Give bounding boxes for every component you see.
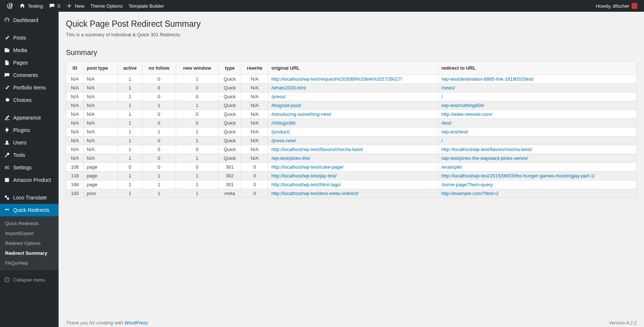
comments-link[interactable]: 0: [46, 0, 63, 12]
sidebar-item-loco[interactable]: Loco Translate: [0, 191, 59, 204]
table-cell: http://localhost/wp-test/flavors/chocha-…: [268, 145, 438, 154]
sidebar-item-settings[interactable]: Settings: [0, 161, 59, 174]
sidebar-item-appearance[interactable]: Appearance: [0, 111, 59, 124]
svg-rect-0: [5, 178, 9, 182]
table-cell: 1: [176, 189, 218, 198]
admin-bar: Testing 0 New Theme Options Template Bui…: [0, 0, 644, 12]
table-cell: Quick: [218, 154, 241, 163]
new-link[interactable]: New: [63, 0, 87, 12]
table-row: N/AN/A100QuickN/Ahttp://localhost/wp-tes…: [66, 145, 637, 154]
table-cell: 0: [142, 154, 176, 163]
table-header: ID: [66, 62, 84, 75]
sidebar-item-users[interactable]: Users: [0, 136, 59, 149]
table-cell: N/A: [66, 119, 84, 128]
table-row: N/AN/A101QuickN/A/press-new//: [66, 136, 637, 145]
brush-icon: [4, 114, 10, 121]
table-cell: http://localhost/wp-test/request%203068%…: [268, 75, 438, 84]
table-cell: 1: [142, 172, 176, 180]
submenu-import-export[interactable]: Import/Export: [0, 228, 59, 238]
wordpress-icon: [7, 3, 13, 9]
table-cell: 1: [142, 189, 176, 198]
sliders-icon: [4, 164, 10, 171]
table-cell: N/A: [66, 136, 84, 145]
sidebar-item-portfolio[interactable]: Portfolio Items: [0, 81, 59, 94]
howdy-link[interactable]: Howdy, dfischer: [593, 0, 640, 12]
site-name: Testing: [28, 3, 43, 9]
collapse-icon: [4, 276, 10, 283]
sidebar-item-quick-redirects[interactable]: Quick Redirects: [0, 204, 59, 216]
collapse-menu[interactable]: Collapse menu: [0, 273, 59, 286]
table-cell: N/A: [241, 110, 268, 119]
table-cell: N/A: [66, 110, 84, 119]
table-cell: 0: [241, 180, 268, 189]
sidebar-item-dashboard[interactable]: Dashboard: [0, 14, 59, 26]
table-cell: 0: [241, 189, 268, 198]
sidebar-item-amazon[interactable]: Amazon Product: [0, 174, 59, 186]
sidebar-item-media[interactable]: Media: [0, 44, 59, 56]
table-cell: Quick: [218, 145, 241, 154]
table-cell: Quick: [218, 119, 241, 128]
summary-table: IDpost typeactiveno follownew windowtype…: [66, 61, 637, 198]
table-cell: 0: [142, 75, 176, 84]
theme-options-link[interactable]: Theme Options: [87, 0, 126, 12]
translate-icon: [4, 194, 10, 201]
table-cell: N/A: [84, 110, 118, 119]
avatar: [632, 3, 637, 9]
site-link[interactable]: Testing: [16, 0, 46, 12]
table-cell: 1: [118, 145, 142, 154]
plus-icon: [66, 3, 72, 9]
table-cell: 0: [142, 136, 176, 145]
footer: Thank you for creating with WordPress Ve…: [66, 320, 637, 326]
content-area: Quick Page Post Redirect Summary This is…: [59, 12, 644, 327]
submenu-quick-redirects[interactable]: Quick Redirects: [0, 218, 59, 228]
table-header: original URL: [268, 62, 438, 75]
table-cell: 1: [176, 180, 218, 189]
submenu-redirect-options[interactable]: Redirect Options: [0, 238, 59, 248]
table-cell: 0: [142, 110, 176, 119]
table-cell: /test/: [438, 119, 636, 128]
generic-icon: [4, 177, 10, 183]
table-cell: /#!blog/c6tl/: [268, 119, 438, 128]
table-cell: Quick: [218, 101, 241, 110]
sidebar-item-posts[interactable]: Posts: [0, 32, 59, 44]
table-cell: 1: [176, 136, 218, 145]
submenu-faqs[interactable]: FAQs/Help: [0, 258, 59, 268]
sidebar-item-choices[interactable]: Choices: [0, 94, 59, 106]
submenu-redirect-summary[interactable]: Redirect Summary: [0, 248, 59, 258]
table-cell: http://localhost/wp-test/html-tags/: [268, 180, 438, 189]
wp-logo[interactable]: [4, 0, 16, 12]
table-cell: 0: [241, 172, 268, 180]
table-cell: 0: [176, 92, 218, 101]
media-icon: [4, 47, 10, 54]
footer-thanks: Thank you for creating with WordPress: [66, 320, 148, 326]
template-builder-link[interactable]: Template Builder: [126, 0, 167, 12]
table-cell: N/A: [84, 128, 118, 136]
table-cell: 301: [218, 180, 241, 189]
table-cell: page: [84, 163, 118, 172]
new-label: New: [75, 3, 84, 9]
home-icon: [19, 3, 26, 9]
table-cell: 1: [118, 172, 142, 180]
table-cell: 1: [142, 101, 176, 110]
table-cell: 0: [118, 163, 142, 172]
table-cell: Quick: [218, 75, 241, 84]
sidebar-item-pages[interactable]: Pages: [0, 56, 59, 69]
sidebar-item-comments[interactable]: Comments: [0, 69, 59, 81]
table-cell: N/A: [84, 101, 118, 110]
wrench-icon: [4, 152, 10, 158]
table-cell: http://localhost/wp-test/2015/06/03/the-…: [438, 172, 636, 180]
table-cell: /press/: [268, 92, 438, 101]
wordpress-link[interactable]: WordPress: [124, 320, 148, 326]
table-cell: http://www.newsite.com/: [438, 110, 636, 119]
table-cell: page: [84, 180, 118, 189]
pages-icon: [4, 59, 10, 66]
table-cell: N/A: [241, 154, 268, 163]
table-row: N/AN/A100QuickN/A/press//: [66, 92, 637, 101]
table-cell: 1: [118, 119, 142, 128]
table-cell: 1: [176, 101, 218, 110]
footer-version: Version 4.2.2: [609, 320, 637, 326]
table-row: N/AN/A111QuickN/A/blog/old-post//wp-test…: [66, 101, 637, 110]
sidebar-item-plugins[interactable]: Plugins: [0, 124, 59, 136]
table-cell: /example/: [438, 163, 636, 172]
sidebar-item-tools[interactable]: Tools: [0, 149, 59, 161]
